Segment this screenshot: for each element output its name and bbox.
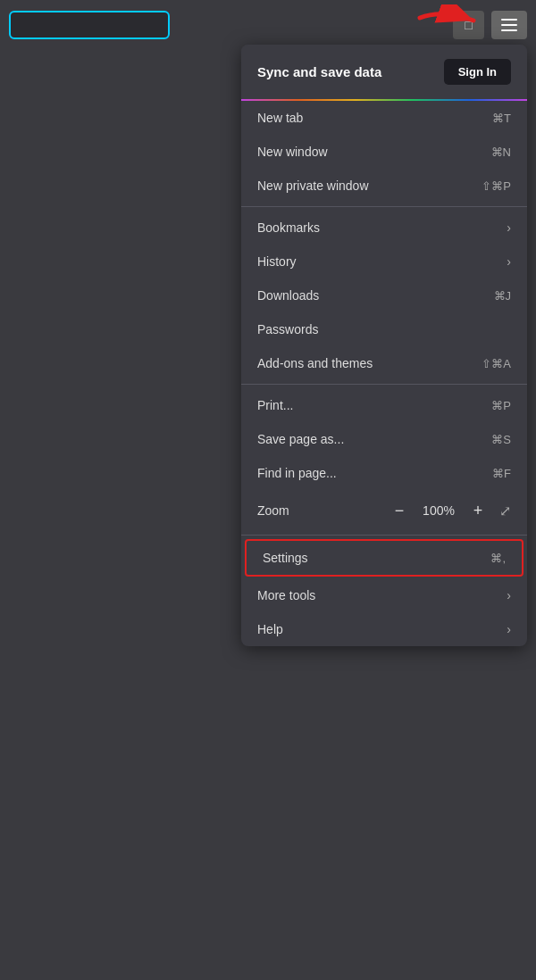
new-tab-shortcut: ⌘T	[492, 112, 511, 125]
divider-1	[241, 206, 527, 207]
menu-item-passwords[interactable]: Passwords	[241, 312, 527, 346]
save-page-shortcut: ⌘S	[491, 433, 511, 446]
bookmarks-arrow-icon: ›	[507, 220, 511, 235]
zoom-value-display: 100%	[421, 503, 456, 518]
print-shortcut: ⌘P	[491, 399, 511, 412]
hamburger-line-3	[501, 29, 517, 31]
new-private-window-label: New private window	[257, 179, 369, 193]
addons-label: Add-ons and themes	[257, 356, 373, 370]
divider-3	[241, 535, 527, 536]
menu-item-new-tab[interactable]: New tab ⌘T	[241, 101, 527, 135]
addons-shortcut: ⇧⌘A	[482, 357, 511, 370]
address-bar[interactable]	[9, 11, 170, 39]
red-arrow-annotation	[415, 4, 487, 36]
history-arrow-icon: ›	[507, 254, 511, 269]
downloads-label: Downloads	[257, 288, 319, 303]
menu-item-find-in-page[interactable]: Find in page... ⌘F	[241, 456, 527, 490]
history-label: History	[257, 254, 297, 269]
more-tools-label: More tools	[257, 588, 315, 602]
passwords-label: Passwords	[257, 322, 318, 336]
toolbar-right: □	[453, 11, 527, 39]
print-label: Print...	[257, 398, 293, 412]
menu-item-addons[interactable]: Add-ons and themes ⇧⌘A	[241, 346, 527, 380]
menu-item-bookmarks[interactable]: Bookmarks ›	[241, 211, 527, 245]
sign-in-button[interactable]: Sign In	[444, 59, 511, 85]
help-label: Help	[257, 622, 283, 636]
menu-item-more-tools[interactable]: More tools ›	[241, 578, 527, 612]
new-tab-label: New tab	[257, 111, 303, 125]
browser-chrome: □	[0, 0, 536, 49]
menu-item-new-private-window[interactable]: New private window ⇧⌘P	[241, 169, 527, 203]
find-in-page-label: Find in page...	[257, 466, 337, 480]
zoom-row[interactable]: Zoom − 100% + ⤢	[241, 490, 527, 531]
more-tools-arrow-icon: ›	[507, 588, 511, 602]
hamburger-line-1	[501, 19, 517, 21]
sync-header: Sync and save data Sign In	[241, 45, 527, 99]
new-window-label: New window	[257, 145, 328, 159]
bookmarks-label: Bookmarks	[257, 220, 320, 235]
sync-title: Sync and save data	[257, 64, 381, 79]
save-page-label: Save page as...	[257, 432, 344, 446]
menu-item-save-page[interactable]: Save page as... ⌘S	[241, 422, 527, 456]
new-private-window-shortcut: ⇧⌘P	[482, 179, 511, 193]
zoom-label: Zoom	[257, 503, 289, 518]
divider-2	[241, 384, 527, 385]
menu-item-history[interactable]: History ›	[241, 245, 527, 278]
downloads-shortcut: ⌘J	[494, 289, 512, 303]
menu-item-downloads[interactable]: Downloads ⌘J	[241, 278, 527, 312]
menu-item-print[interactable]: Print... ⌘P	[241, 388, 527, 422]
find-in-page-shortcut: ⌘F	[492, 467, 511, 480]
settings-label: Settings	[263, 551, 308, 565]
menu-item-new-window[interactable]: New window ⌘N	[241, 135, 527, 169]
new-window-shortcut: ⌘N	[491, 145, 511, 159]
hamburger-line-2	[501, 24, 517, 26]
dropdown-menu: Sync and save data Sign In New tab ⌘T Ne…	[241, 45, 527, 646]
zoom-controls: − 100% + ⤢	[389, 500, 511, 521]
zoom-expand-icon[interactable]: ⤢	[499, 502, 511, 519]
help-arrow-icon: ›	[507, 622, 511, 636]
zoom-decrease-button[interactable]: −	[389, 500, 410, 521]
hamburger-menu-button[interactable]	[491, 11, 527, 39]
settings-shortcut: ⌘,	[490, 552, 506, 565]
zoom-increase-button[interactable]: +	[467, 500, 489, 521]
menu-item-help[interactable]: Help ›	[241, 612, 527, 646]
menu-item-settings[interactable]: Settings ⌘,	[245, 539, 523, 577]
